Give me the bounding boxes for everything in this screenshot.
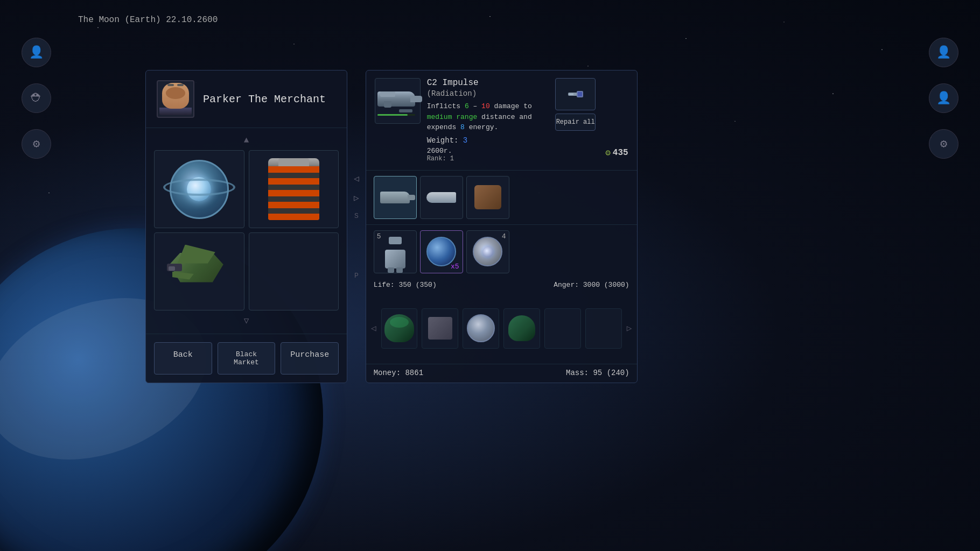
- item-price: 2600r.: [427, 147, 452, 155]
- item-rank: Rank: 1: [427, 155, 546, 163]
- panel-nav: ◁ ▷ S P: [353, 70, 360, 383]
- credits-amount: 435: [613, 148, 628, 158]
- money-display: Money: 8861: [374, 369, 423, 377]
- svg-rect-2: [578, 92, 582, 96]
- black-market-button[interactable]: Black Market: [218, 342, 276, 375]
- slot-x5-badge: x5: [451, 263, 459, 271]
- stats-row: Life: 350 (350) Anger: 3000 (3000): [366, 279, 637, 293]
- wrench-icon: [566, 84, 585, 104]
- credits-display: ⚙ 435: [605, 78, 628, 163]
- cargo-item-1-icon: [384, 314, 414, 342]
- item-weight-row: Weight: 3: [427, 136, 546, 145]
- inv-slot-6[interactable]: 4: [466, 230, 509, 273]
- life-stat: Life: 350 (350): [374, 281, 437, 289]
- merchant-item-1[interactable]: [154, 150, 244, 228]
- main-ui: Parker The Merchant ▲: [145, 70, 638, 383]
- desc-end: energy.: [469, 123, 499, 131]
- cargo-next-arrow[interactable]: ▷: [622, 323, 637, 334]
- inv-slot-2[interactable]: [420, 176, 463, 219]
- credits-icon: ⚙: [605, 147, 611, 158]
- slot-badge-6: 4: [502, 232, 506, 241]
- mass-label: Mass:: [566, 369, 589, 377]
- side-icon-right-3[interactable]: ⚙: [929, 129, 958, 159]
- cargo-slot-6[interactable]: [585, 308, 622, 349]
- item-name: C2 Impulse: [427, 78, 546, 88]
- cargo-prev-arrow[interactable]: ◁: [366, 323, 381, 334]
- inv-slot-1[interactable]: [374, 176, 417, 219]
- items-list: [154, 147, 339, 313]
- inv-slot-3[interactable]: [466, 176, 509, 219]
- life-label: Life:: [374, 281, 395, 289]
- dmg-max: 10: [481, 102, 490, 110]
- weight-value: 3: [463, 136, 467, 145]
- battery-item: [268, 158, 319, 220]
- scroll-up-arrow[interactable]: ▲: [154, 133, 339, 147]
- brown-item-icon: [474, 185, 501, 209]
- nav-label-s: S: [354, 212, 359, 220]
- merchant-name: Parker The Merchant: [203, 93, 326, 105]
- cargo-item-3-icon: [467, 314, 495, 342]
- side-icon-right-2[interactable]: 👤: [929, 83, 958, 113]
- cargo-items-list: [381, 306, 622, 351]
- bottom-info: Money: 8861 Mass: 95 (240): [366, 364, 637, 383]
- inventory-grid-1: [374, 176, 629, 219]
- inventory-top-row: [366, 171, 637, 225]
- merchant-panel: Parker The Merchant ▲: [145, 70, 347, 383]
- repair-all-button[interactable]: Repair all: [555, 114, 596, 131]
- merchant-item-3[interactable]: [154, 232, 244, 310]
- life-value: 350 (350): [398, 281, 436, 289]
- back-button[interactable]: Back: [154, 342, 212, 375]
- dmg-min: 6: [465, 102, 469, 110]
- action-buttons: Repair all: [552, 78, 599, 163]
- robot-icon: [380, 237, 410, 266]
- weight-label: Weight:: [427, 136, 459, 145]
- merchant-item-2[interactable]: [249, 150, 339, 228]
- cargo-item-2-icon: [428, 317, 452, 340]
- desc-prefix: Inflicts: [427, 102, 460, 110]
- side-icon-person[interactable]: 👤: [22, 38, 51, 67]
- cargo-slot-5[interactable]: [544, 308, 581, 349]
- money-label: Money:: [374, 369, 401, 377]
- merchant-item-4[interactable]: [249, 232, 339, 310]
- cargo-slot-4[interactable]: [503, 308, 540, 349]
- spinner-icon: [473, 237, 502, 266]
- side-icon-helmet[interactable]: ⛑: [22, 83, 51, 113]
- merchant-avatar: [157, 80, 194, 118]
- side-icon-settings[interactable]: ⚙: [22, 129, 51, 159]
- ship-item: [164, 242, 234, 301]
- item-price-row: 2600r.: [427, 147, 546, 155]
- cargo-section: ◁ ▷: [366, 293, 637, 364]
- item-preview: [375, 78, 421, 124]
- merchant-buttons: Back Black Market Purchase: [146, 334, 347, 383]
- cargo-slot-2[interactable]: [422, 308, 458, 349]
- item-info-row: C2 Impulse (Radiation) Inflicts 6 – 10 d…: [366, 70, 637, 171]
- anger-label: Anger:: [554, 281, 579, 289]
- inv-slot-4[interactable]: 5: [374, 230, 417, 273]
- desc-mid: damage to: [494, 102, 532, 110]
- tool-button[interactable]: [555, 78, 596, 110]
- range-text: medium range: [427, 113, 478, 121]
- nav-label-p: P: [354, 272, 359, 280]
- item-desc: Inflicts 6 – 10 damage to medium range d…: [427, 101, 546, 133]
- merchant-items-grid: ▲: [146, 128, 347, 334]
- detail-panel: C2 Impulse (Radiation) Inflicts 6 – 10 d…: [366, 70, 638, 383]
- nav-up[interactable]: ◁: [354, 173, 359, 184]
- anger-value: 3000 (3000): [583, 281, 629, 289]
- merchant-header: Parker The Merchant: [146, 70, 347, 128]
- mass-display: Mass: 95 (240): [566, 369, 629, 377]
- purchase-button[interactable]: Purchase: [281, 342, 339, 375]
- minigun-icon: [380, 192, 410, 203]
- cargo-slot-3[interactable]: [463, 308, 499, 349]
- anger-stat: Anger: 3000 (3000): [554, 281, 629, 289]
- scroll-down-arrow[interactable]: ▽: [154, 313, 339, 328]
- cargo-slot-1[interactable]: [381, 308, 418, 349]
- inv-slot-5[interactable]: x5: [420, 230, 463, 273]
- desc-dash: –: [473, 102, 482, 110]
- inventory-grid-2: 5 x5 4: [374, 230, 629, 273]
- energy-val: 8: [460, 123, 465, 131]
- nav-down[interactable]: ▷: [354, 193, 359, 203]
- side-icon-right-1[interactable]: 👤: [929, 38, 958, 67]
- item-description: C2 Impulse (Radiation) Inflicts 6 – 10 d…: [427, 78, 546, 163]
- missile-icon: [426, 192, 456, 203]
- orbital-item: [170, 160, 229, 219]
